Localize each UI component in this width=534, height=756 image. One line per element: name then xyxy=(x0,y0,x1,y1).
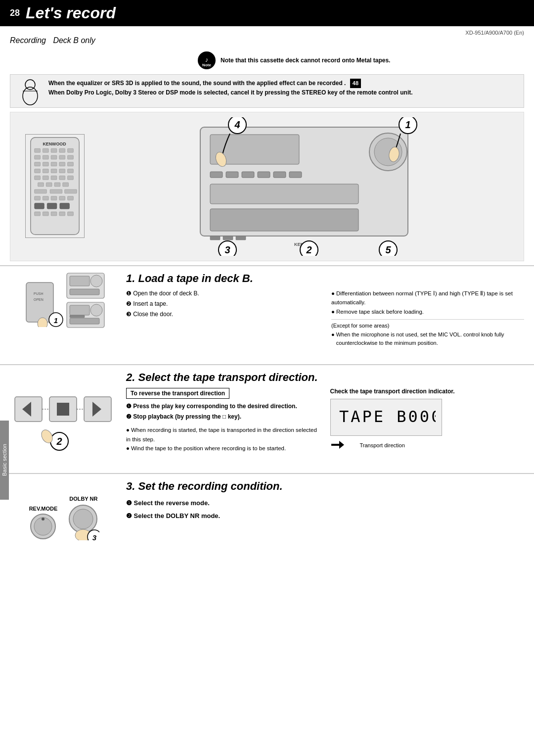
step1-bullets: Differentiation between normal (TYPE Ⅰ) … xyxy=(331,289,524,348)
step3-left: REV.MODE DOLBY NR 3 xyxy=(10,480,119,556)
svg-rect-7 xyxy=(43,148,48,152)
svg-rect-61 xyxy=(210,184,358,204)
svg-rect-48 xyxy=(51,212,57,216)
svg-rect-86 xyxy=(70,276,89,286)
step1-title: 1. Load a tape in deck B. xyxy=(126,272,524,285)
svg-rect-25 xyxy=(68,169,74,173)
step1-left: PUSH OPEN 1 xyxy=(10,272,119,358)
dolbynr-label: DOLBY NR xyxy=(69,496,97,502)
svg-rect-32 xyxy=(46,183,52,187)
svg-point-112 xyxy=(73,509,93,529)
svg-point-87 xyxy=(90,275,102,287)
svg-text:2: 2 xyxy=(56,436,62,447)
svg-text:1: 1 xyxy=(53,316,57,325)
svg-rect-6 xyxy=(35,148,41,152)
remote-image: KENWOOD xyxy=(25,134,89,239)
svg-rect-55 xyxy=(210,172,222,178)
tape-display: TAPE B0000 xyxy=(330,399,442,436)
step3-right: 3. Set the recording condition. ❶ Select… xyxy=(126,480,524,556)
step2-check-header: Check the tape transport direction indic… xyxy=(330,388,525,395)
step1-push-button: PUSH OPEN 1 xyxy=(24,280,63,329)
svg-rect-92 xyxy=(70,318,99,324)
warning-icon xyxy=(18,79,43,103)
note-text: Note that this cassette deck cannot reco… xyxy=(221,57,390,64)
svg-rect-13 xyxy=(51,155,57,159)
dolbynr-knob: DOLBY NR 3 xyxy=(67,496,99,540)
step3-instr-2: ❷ Select the DOLBY NR mode. xyxy=(126,510,524,522)
svg-rect-90 xyxy=(70,305,89,315)
svg-rect-57 xyxy=(242,172,254,178)
recording-deck: Deck B only xyxy=(53,36,95,45)
step2-section: 2 2. Select the tape transport direction… xyxy=(0,364,534,473)
svg-rect-24 xyxy=(59,169,65,173)
step1-instructions: ❶ Open the door of deck B. ❷ Insert a ta… xyxy=(126,289,319,348)
step3-section: REV.MODE DOLBY NR 3 xyxy=(0,473,534,562)
svg-rect-21 xyxy=(35,169,41,173)
svg-rect-11 xyxy=(35,155,41,159)
step2-bullets: When recording is started, the tape is t… xyxy=(126,425,320,453)
svg-rect-97 xyxy=(57,403,69,416)
svg-rect-27 xyxy=(43,176,48,180)
svg-text:OPEN: OPEN xyxy=(34,298,44,301)
svg-rect-42 xyxy=(68,196,74,200)
page-number: 28 xyxy=(10,8,20,18)
svg-rect-62 xyxy=(210,209,358,231)
svg-point-110 xyxy=(42,518,44,520)
step1-content: ❶ Open the door of deck B. ❷ Insert a ta… xyxy=(126,289,524,348)
note-box: ♪ Note Note that this cassette deck cann… xyxy=(0,49,534,72)
warning-line2: When Dolby Pro Logic, Dolby 3 Stereo or … xyxy=(48,88,413,97)
device-image: KENNA... 4 1 3 2 5 xyxy=(99,117,509,256)
step1-section: PUSH OPEN 1 xyxy=(0,265,534,364)
svg-rect-60 xyxy=(289,172,302,178)
svg-rect-19 xyxy=(59,162,65,166)
step1-right: 1. Load a tape in deck B. ❶ Open the doo… xyxy=(126,272,524,358)
svg-point-82 xyxy=(38,318,47,327)
svg-rect-106 xyxy=(331,444,340,446)
svg-rect-30 xyxy=(68,176,74,180)
svg-text:TAPE B0000: TAPE B0000 xyxy=(339,407,436,426)
svg-rect-39 xyxy=(43,196,48,200)
step1-devices xyxy=(66,272,105,329)
page-header: 28 Let's record xyxy=(0,0,534,26)
warning-line1: When the equalizer or SRS 3D is applied … xyxy=(48,79,413,88)
step1-instr-1: ❶ Open the door of deck B. xyxy=(126,289,319,298)
warning-badge: 48 xyxy=(350,79,361,88)
svg-rect-79 xyxy=(26,283,53,322)
svg-rect-59 xyxy=(273,172,286,178)
svg-rect-16 xyxy=(35,162,41,166)
revmode-knob: REV.MODE xyxy=(29,506,58,540)
svg-rect-28 xyxy=(51,176,57,180)
svg-point-91 xyxy=(90,304,102,316)
step2-right: 2. Select the tape transport direction. … xyxy=(126,371,524,467)
svg-text:KENWOOD: KENWOOD xyxy=(43,142,66,146)
svg-rect-15 xyxy=(68,155,74,159)
transport-symbol xyxy=(330,440,345,451)
step1-instr-2: ❷ Insert a tape. xyxy=(126,299,319,309)
recording-title: Recording xyxy=(10,36,46,45)
svg-rect-65 xyxy=(236,236,246,240)
svg-rect-33 xyxy=(54,183,60,187)
step2-left: 2 xyxy=(10,371,119,467)
page-title: Let's record xyxy=(26,4,116,22)
svg-rect-44 xyxy=(47,203,57,209)
svg-rect-47 xyxy=(43,212,48,216)
svg-rect-93 xyxy=(70,315,85,318)
svg-rect-58 xyxy=(258,172,270,178)
svg-text:♪: ♪ xyxy=(205,56,209,63)
svg-rect-46 xyxy=(35,212,41,216)
note-icon: ♪ Note xyxy=(198,51,216,69)
svg-text:PUSH: PUSH xyxy=(34,292,43,295)
transport-direction-indicator: Transport direction xyxy=(330,440,525,451)
svg-text:2: 2 xyxy=(306,244,312,255)
transport-label: Transport direction xyxy=(360,442,405,448)
step1-instr-3: ❸ Close the door. xyxy=(126,310,319,319)
step3-title: 3. Set the recording condition. xyxy=(126,480,524,493)
svg-rect-29 xyxy=(59,176,65,180)
step2-bullet-1: When recording is started, the tape is t… xyxy=(126,425,320,444)
warning-box: When the equalizer or SRS 3D is applied … xyxy=(10,74,524,108)
basic-section-label: Basic section xyxy=(0,421,9,500)
svg-rect-56 xyxy=(226,172,238,178)
step2-content: To reverse the transport direction ❶ Pre… xyxy=(126,388,524,453)
svg-rect-9 xyxy=(59,148,65,152)
step2-bullet-2: Wind the tape to the position where reco… xyxy=(126,444,320,453)
